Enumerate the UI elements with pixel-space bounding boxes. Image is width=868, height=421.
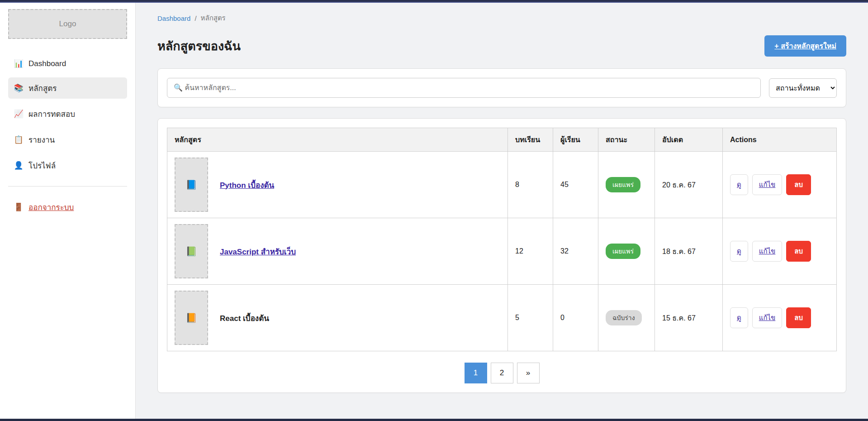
sidebar-item-reports[interactable]: 📋 รายงาน — [8, 129, 127, 150]
sidebar-nav: 📊 Dashboard 📚 หลักสูตร 📈 ผลการทดสอบ 📋 รา… — [8, 54, 127, 176]
door-icon: 🚪 — [14, 202, 24, 212]
column-header-status: สถานะ — [598, 128, 655, 152]
lessons-count: 8 — [508, 152, 553, 218]
view-button[interactable]: ดู — [730, 174, 748, 195]
orange-book-icon: 📙 — [186, 312, 197, 323]
column-header-lessons: บทเรียน — [508, 128, 553, 152]
bottom-window-bar — [0, 419, 868, 421]
search-input[interactable] — [167, 78, 761, 98]
breadcrumb-current: หลักสูตร — [201, 13, 226, 24]
course-title-link[interactable]: Python เบื้องต้น — [220, 179, 274, 191]
logo-text: Logo — [59, 19, 76, 29]
sidebar-item-label: โปรไฟล์ — [28, 159, 56, 172]
breadcrumb: Dashboard / หลักสูตร — [157, 13, 846, 24]
table-row: 📘 Python เบื้องต้น 8 45 เผยแพร่ 20 ธ.ค. … — [167, 152, 837, 218]
green-book-icon: 📗 — [186, 246, 197, 257]
filter-card: สถานะทั้งหมด — [157, 68, 846, 107]
user-icon: 👤 — [14, 161, 24, 170]
actions-cell: ดู แก้ไข ลบ — [730, 241, 829, 262]
sidebar-item-label: ผลการทดสอบ — [28, 108, 75, 120]
courses-table-card: หลักสูตร บทเรียน ผู้เรียน สถานะ อัปเดต A… — [157, 118, 846, 393]
logout-link[interactable]: 🚪 ออกจากระบบ — [8, 198, 127, 216]
course-thumbnail: 📙 — [175, 291, 208, 345]
lessons-count: 5 — [508, 285, 553, 351]
logo-placeholder: Logo — [8, 9, 127, 39]
table-header-row: หลักสูตร บทเรียน ผู้เรียน สถานะ อัปเดต A… — [167, 128, 837, 152]
students-count: 45 — [553, 152, 598, 218]
logout-label: ออกจากระบบ — [28, 201, 74, 213]
table-row: 📙 React เบื้องต้น 5 0 ฉบับร่าง 15 ธ.ค. 6… — [167, 285, 837, 351]
column-header-updated: อัปเดต — [655, 128, 723, 152]
students-count: 0 — [553, 285, 598, 351]
delete-button[interactable]: ลบ — [786, 174, 811, 195]
course-title-text: React เบื้องต้น — [220, 312, 269, 324]
updated-date: 15 ธ.ค. 67 — [655, 285, 723, 351]
bar-chart-icon: 📊 — [14, 59, 24, 68]
sidebar-item-label: Dashboard — [28, 59, 66, 68]
edit-button[interactable]: แก้ไข — [752, 307, 783, 328]
sidebar-item-courses[interactable]: 📚 หลักสูตร — [8, 77, 127, 99]
create-course-button[interactable]: + สร้างหลักสูตรใหม่ — [764, 35, 846, 57]
pagination: 1 2 » — [167, 363, 837, 383]
course-cell: 📙 React เบื้องต้น — [175, 291, 500, 345]
view-button[interactable]: ดู — [730, 241, 748, 262]
sidebar-item-profile[interactable]: 👤 โปรไฟล์ — [8, 155, 127, 176]
edit-button[interactable]: แก้ไข — [752, 174, 783, 195]
page-title: หลักสูตรของฉัน — [157, 36, 241, 56]
clipboard-icon: 📋 — [14, 135, 24, 144]
breadcrumb-dashboard-link[interactable]: Dashboard — [157, 14, 190, 22]
view-button[interactable]: ดู — [730, 307, 748, 328]
status-badge: เผยแพร่ — [606, 177, 640, 192]
course-thumbnail: 📗 — [175, 224, 208, 278]
blue-book-icon: 📘 — [186, 179, 197, 190]
table-row: 📗 JavaScript สำหรับเว็บ 12 32 เผยแพร่ 18… — [167, 218, 837, 285]
sidebar: Logo 📊 Dashboard 📚 หลักสูตร 📈 ผลการทดสอบ… — [0, 3, 136, 419]
breadcrumb-separator: / — [194, 14, 196, 22]
books-icon: 📚 — [14, 83, 24, 93]
actions-cell: ดู แก้ไข ลบ — [730, 307, 829, 328]
sidebar-item-label: หลักสูตร — [28, 82, 57, 94]
edit-button[interactable]: แก้ไข — [752, 241, 783, 262]
status-badge: ฉบับร่าง — [606, 310, 642, 325]
column-header-students: ผู้เรียน — [553, 128, 598, 152]
column-header-course: หลักสูตร — [167, 128, 508, 152]
courses-table: หลักสูตร บทเรียน ผู้เรียน สถานะ อัปเดต A… — [167, 128, 837, 351]
lessons-count: 12 — [508, 218, 553, 285]
page-header: หลักสูตรของฉัน + สร้างหลักสูตรใหม่ — [157, 35, 846, 57]
course-title-link[interactable]: JavaScript สำหรับเว็บ — [220, 245, 296, 258]
sidebar-item-label: รายงาน — [28, 134, 55, 146]
course-cell: 📗 JavaScript สำหรับเว็บ — [175, 224, 500, 278]
course-cell: 📘 Python เบื้องต้น — [175, 158, 500, 212]
updated-date: 18 ธ.ค. 67 — [655, 218, 723, 285]
status-badge: เผยแพร่ — [606, 244, 640, 259]
pagination-page-1[interactable]: 1 — [465, 363, 487, 383]
actions-cell: ดู แก้ไข ลบ — [730, 174, 829, 195]
sidebar-item-dashboard[interactable]: 📊 Dashboard — [8, 54, 127, 73]
delete-button[interactable]: ลบ — [786, 241, 811, 262]
updated-date: 20 ธ.ค. 67 — [655, 152, 723, 218]
main-content: Dashboard / หลักสูตร หลักสูตรของฉัน + สร… — [136, 3, 868, 419]
chart-increasing-icon: 📈 — [14, 109, 24, 119]
column-header-actions: Actions — [723, 128, 837, 152]
sidebar-item-test-results[interactable]: 📈 ผลการทดสอบ — [8, 103, 127, 124]
delete-button[interactable]: ลบ — [786, 307, 811, 328]
sidebar-divider — [8, 186, 127, 187]
status-filter-select[interactable]: สถานะทั้งหมด — [769, 78, 837, 98]
pagination-page-2[interactable]: 2 — [491, 363, 513, 383]
course-thumbnail: 📘 — [175, 158, 208, 212]
students-count: 32 — [553, 218, 598, 285]
pagination-next-button[interactable]: » — [517, 363, 540, 383]
